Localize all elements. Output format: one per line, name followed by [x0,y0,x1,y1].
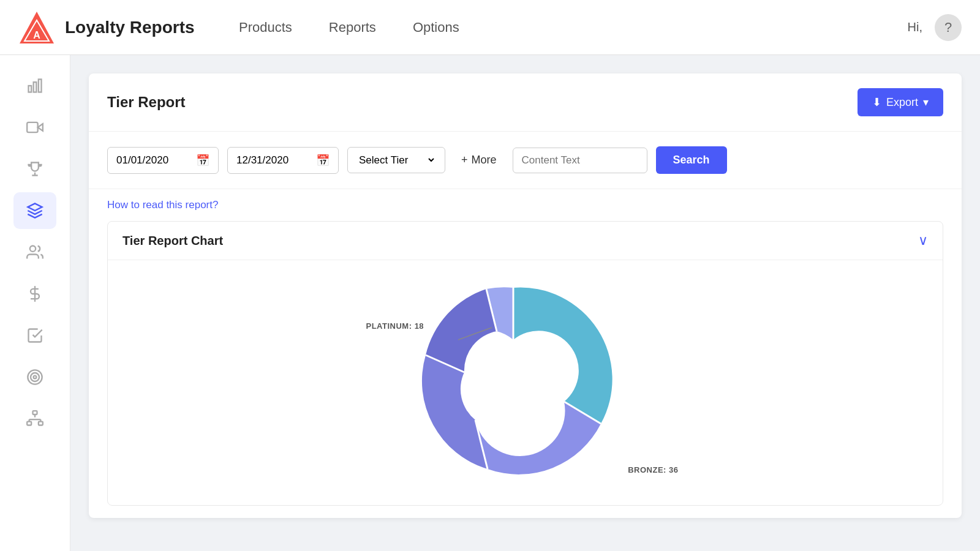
svg-rect-6 [27,122,37,132]
sidebar-item-goals[interactable] [13,359,56,395]
sidebar-item-spend[interactable] [13,276,56,312]
svg-rect-4 [34,82,37,92]
svg-rect-13 [33,411,37,414]
sidebar-item-members[interactable] [13,234,56,271]
svg-point-11 [31,373,39,381]
nav-right: Hi, ? [908,14,962,41]
logo-area: A Loyalty Reports [18,9,239,46]
chart-section: Tier Report Chart ∨ PLATINUM: 18 [107,221,943,506]
svg-rect-15 [39,422,43,425]
help-button[interactable]: ? [935,14,962,41]
export-chevron-icon: ▾ [923,96,929,109]
help-report-link[interactable]: How to read this report? [89,189,962,221]
platinum-label: PLATINUM: 18 [366,321,424,331]
svg-point-12 [34,376,37,379]
export-button[interactable]: ⬇ Export ▾ [858,88,943,116]
more-label: More [472,154,497,167]
report-card: Tier Report ⬇ Export ▾ 📅 📅 Sele [89,73,962,518]
donut-chart: PLATINUM: 18 [397,272,654,493]
report-header: Tier Report ⬇ Export ▾ [89,73,962,132]
svg-marker-7 [28,203,42,211]
plus-icon: + [461,154,468,167]
nav-links: Products Reports Options [239,20,908,36]
end-date-field[interactable] [236,154,310,167]
start-date-calendar-icon[interactable]: 📅 [196,154,209,167]
svg-rect-14 [27,422,31,425]
chart-header: Tier Report Chart ∨ [108,222,943,260]
svg-text:A: A [33,30,40,40]
chart-collapse-button[interactable]: ∨ [918,233,928,249]
filter-row: 📅 📅 Select TierBronzeSilverGoldPlatinum … [89,132,962,189]
sidebar-item-trophy[interactable] [13,151,56,187]
donut-chart-svg [397,272,630,481]
end-date-calendar-icon[interactable]: 📅 [316,154,330,167]
export-download-icon: ⬇ [872,96,881,109]
more-button[interactable]: + More [454,148,504,173]
start-date-input[interactable]: 📅 [107,147,219,174]
sidebar-item-tiers[interactable] [13,192,56,229]
sidebar-item-tasks[interactable] [13,317,56,354]
nav-options[interactable]: Options [413,20,459,36]
top-nav: A Loyalty Reports Products Reports Optio… [0,0,980,55]
search-button[interactable]: Search [656,146,727,174]
tier-select-wrapper[interactable]: Select TierBronzeSilverGoldPlatinum [347,147,445,173]
main-layout: Tier Report ⬇ Export ▾ 📅 📅 Sele [0,55,980,551]
sidebar-item-org[interactable] [13,400,56,437]
sidebar [0,55,70,551]
greeting-text: Hi, [908,20,922,34]
report-title: Tier Report [107,94,186,111]
content-text-input[interactable] [513,148,647,173]
tier-select[interactable]: Select TierBronzeSilverGoldPlatinum [356,154,436,167]
svg-rect-5 [39,80,42,92]
bronze-label: BRONZE: 36 [628,465,678,474]
app-title: Loyalty Reports [65,18,195,37]
svg-point-8 [30,246,36,252]
sidebar-item-media[interactable] [13,109,56,146]
nav-products[interactable]: Products [239,20,292,36]
export-label: Export [886,96,918,109]
app-logo: A [18,9,55,46]
end-date-input[interactable]: 📅 [227,147,339,174]
chart-title: Tier Report Chart [123,234,223,248]
start-date-field[interactable] [116,154,190,167]
content-area: Tier Report ⬇ Export ▾ 📅 📅 Sele [70,55,980,551]
svg-rect-3 [29,86,32,92]
donut-hole [473,340,553,419]
nav-reports[interactable]: Reports [329,20,376,36]
chart-body: PLATINUM: 18 [108,260,943,505]
sidebar-item-analytics[interactable] [13,67,56,104]
